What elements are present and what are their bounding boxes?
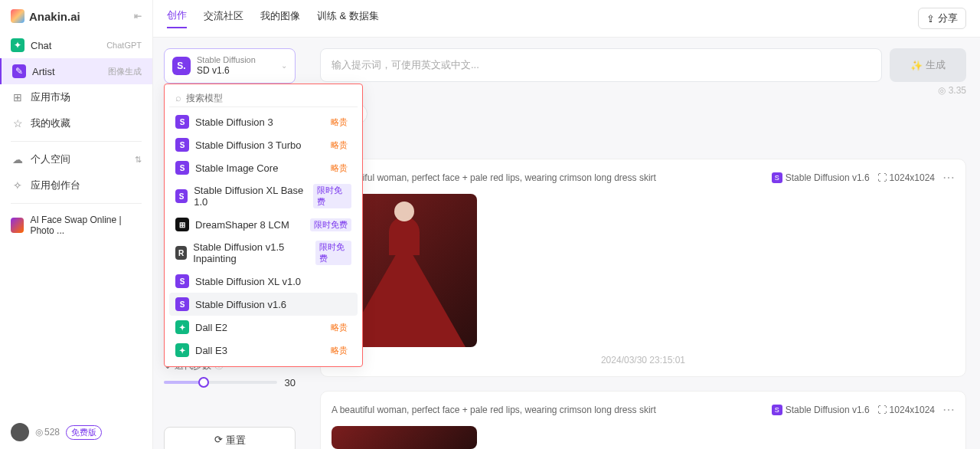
tab-community[interactable]: 交流社区 [204,9,243,28]
dd-label: Dall E3 [195,345,227,356]
nav-tag: 图像生成 [108,66,142,77]
credit-value: 3.35 [949,85,966,96]
free-badge[interactable]: 免费版 [66,425,102,440]
share-icon: ⇪ [926,13,935,25]
sidebar-item-creator[interactable]: ✧ 应用创作台 [0,172,152,198]
result-model: SStable Diffusion v1.6 [772,405,870,415]
model-badge-icon: S [175,138,189,152]
model-version: SD v1.6 [197,65,256,76]
dd-item-sdxlbase[interactable]: SStable Diffusion XL Base 1.0限时免费 [169,179,358,213]
main: 创作 交流社区 我的图像 训练 & 数据集 ⇪ 分享 S. Stable Dif… [153,0,980,449]
sidebar-item-fav[interactable]: ☆ 我的收藏 [0,110,152,136]
sidebar-app[interactable]: AI Face Swap Online | Photo ... [0,208,152,242]
topbar: 创作 交流社区 我的图像 训练 & 数据集 ⇪ 分享 [153,0,980,38]
search-input[interactable] [186,93,351,103]
share-label: 分享 [938,11,958,25]
dd-badge: 限时免费 [310,218,351,231]
dd-label: Dall E2 [195,322,227,333]
refresh-icon: ⟳ [214,434,223,447]
slider-value: 30 [285,377,296,388]
avatar[interactable] [11,423,29,441]
model-badge-icon: S [175,115,189,129]
generate-label: 生成 [926,58,946,72]
dd-badge: 限时免费 [313,184,351,208]
result-model: SStable Diffusion v1.6 [772,172,870,183]
grid-icon: ⊞ [11,90,24,104]
model-badge-icon: ⊞ [175,218,189,231]
sidebar-item-personal[interactable]: ☁ 个人空间 ⇅ [0,146,152,172]
dd-label: Stable Image Core [195,162,278,174]
sidebar-item-chat[interactable]: ✦ Chat ChatGPT [0,32,152,58]
result-card: A beautiful woman, perfect face + pale r… [320,391,966,449]
result-model-label: Stable Diffusion v1.6 [786,172,870,183]
reset-button[interactable]: ⟳ 重置 [164,427,296,449]
model-badge-icon: S [175,161,189,175]
model-icon: S. [172,57,191,75]
nav-label: 应用创作台 [31,179,80,192]
result-size: ⛶1024x1024 [877,172,935,183]
result-model-label: Stable Diffusion v1.6 [786,405,870,415]
model-selector[interactable]: S. Stable Diffusion SD v1.6 ⌄ [164,48,296,84]
model-badge-icon: S [175,274,189,288]
generate-button[interactable]: ✨ 生成 [890,48,966,82]
tab-create[interactable]: 创作 [167,8,187,28]
negative-prompt-link[interactable]: 面提示词 [320,132,966,145]
more-icon[interactable]: ⋯ [942,170,955,185]
dd-label: Stable Diffusion v1.6 [195,299,286,310]
resize-icon: ⛶ [877,405,887,415]
dd-label: Stable Diffusion 3 [195,116,273,128]
dd-item-sd3turbo[interactable]: SStable Diffusion 3 Turbo略贵 [169,133,358,156]
sidebar-item-artist[interactable]: ✎ Artist 图像生成 [0,58,152,84]
nav-label: 我的收藏 [31,116,70,130]
nav-label: Artist [32,66,55,77]
dd-badge: 略贵 [327,116,351,129]
dd-label: Stable Diffusion XL Base 1.0 [194,185,307,208]
cloud-icon: ☁ [11,152,24,166]
dd-item-dalle2[interactable]: ✦Dall E2略贵 [169,316,358,339]
dd-item-dreamshaper[interactable]: ⊞DreamShaper 8 LCM限时免费 [169,213,358,236]
dd-item-sd15inpaint[interactable]: RStable Diffusion v1.5 Inpainting限时免费 [169,236,358,270]
credit-cost: ◎ 3.35 [320,85,966,96]
dd-item-dalle3[interactable]: ✦Dall E3略贵 [169,339,358,362]
search-row: ⌕ [169,89,358,107]
wand-icon: ✧ [11,179,24,192]
steps-slider[interactable] [164,381,277,384]
search-icon: ⌕ [175,92,181,103]
dd-badge: 限时免费 [315,241,351,265]
result-prompt: A beautiful woman, perfect face + pale r… [332,405,656,415]
model-name: Stable Diffusion [197,55,256,65]
brand-name: Anakin.ai [29,10,80,23]
collapse-icon[interactable]: ⇤ [134,11,142,21]
dd-item-sd16[interactable]: SStable Diffusion v1.6 [169,293,358,316]
sidebar-footer: ◎ 528 免费版 [0,415,152,449]
dd-label: Stable Diffusion XL v1.0 [195,276,301,287]
credits: ◎ 528 [35,427,60,438]
dd-badge: 略贵 [327,162,351,175]
resize-icon: ⛶ [877,172,887,183]
tab-training[interactable]: 训练 & 数据集 [317,9,379,28]
result-image[interactable] [332,426,477,449]
result-size-label: 1024x1024 [890,405,935,415]
credits-value: 528 [44,427,60,438]
dd-item-sdxl10[interactable]: SStable Diffusion XL v1.0 [169,270,358,293]
sidebar-item-market[interactable]: ⊞ 应用市场 [0,84,152,110]
model-badge-icon: R [175,246,187,260]
more-icon[interactable]: ⋯ [942,402,955,417]
chevron-icon: ⇅ [135,155,142,165]
model-dropdown: ⌕ SStable Diffusion 3略贵 SStable Diffusio… [164,84,363,367]
artist-icon: ✎ [12,64,26,78]
dd-item-sic[interactable]: SStable Image Core略贵 [169,156,358,179]
control-panel: S. Stable Diffusion SD v1.6 ⌄ ⌕ SStable … [153,38,306,449]
prompt-input[interactable]: 输入提示词，可使用英文或中文... [320,48,882,82]
app-thumb-icon [11,218,24,233]
dd-label: Stable Diffusion v1.5 Inpainting [193,241,309,264]
reset-label: 重置 [226,434,246,447]
tab-myimages[interactable]: 我的图像 [260,9,300,28]
result-size-label: 1024x1024 [890,172,935,183]
dd-badge: 略贵 [327,139,351,152]
result-prompt: A beautiful woman, perfect face + pale r… [332,172,656,183]
sidebar: Anakin.ai ⇤ ✦ Chat ChatGPT ✎ Artist 图像生成… [0,0,153,449]
dd-item-sd3[interactable]: SStable Diffusion 3略贵 [169,110,358,133]
share-button[interactable]: ⇪ 分享 [918,8,966,29]
content: 输入提示词，可使用英文或中文... ✨ 生成 ◎ 3.35 勺元素 面提示词 A… [306,38,980,449]
